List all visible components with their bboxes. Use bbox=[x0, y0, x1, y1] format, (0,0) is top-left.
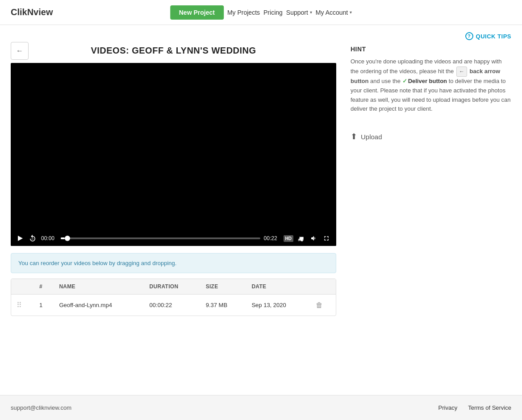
hint-text: Once you're done uploading the videos an… bbox=[351, 57, 511, 114]
current-time: 00:00 bbox=[41, 235, 57, 241]
file-table: # NAME DURATION SIZE DATE ⠿ 1 Geoff-and-… bbox=[11, 279, 336, 316]
hint-title: HINT bbox=[351, 46, 511, 53]
video-player[interactable]: 10 00:00 00:22 HD bbox=[11, 63, 336, 246]
hint-box: HINT Once you're done uploading the vide… bbox=[351, 46, 511, 114]
page-title: VIDEOS: GEOFF & LYNN'S WEDDING bbox=[91, 46, 256, 56]
footer: support@cliknview.com Privacy Terms of S… bbox=[0, 395, 522, 420]
col-duration: DURATION bbox=[144, 279, 200, 295]
col-actions bbox=[310, 279, 336, 295]
row-date: Sep 13, 2020 bbox=[246, 295, 310, 316]
file-table-wrapper: # NAME DURATION SIZE DATE ⠿ 1 Geoff-and-… bbox=[11, 279, 336, 316]
col-name: NAME bbox=[54, 279, 144, 295]
col-handle bbox=[11, 279, 34, 295]
row-index: 1 bbox=[34, 295, 54, 316]
drag-handle-icon[interactable]: ⠿ bbox=[17, 301, 22, 309]
navbar: ClikNview New Project My Projects Pricin… bbox=[0, 0, 522, 25]
file-table-body: ⠿ 1 Geoff-and-Lynn.mp4 00:00:22 9.37 MB … bbox=[11, 295, 336, 316]
footer-email: support@cliknview.com bbox=[11, 404, 71, 411]
end-time: 00:22 bbox=[264, 235, 280, 241]
progress-bar[interactable] bbox=[61, 237, 260, 239]
my-projects-link[interactable]: My Projects bbox=[227, 9, 260, 16]
support-chevron-icon: ▾ bbox=[310, 10, 312, 15]
back-button[interactable]: ← bbox=[11, 42, 29, 60]
upload-icon: ⬆ bbox=[351, 132, 357, 141]
brand-logo: ClikNview bbox=[11, 7, 53, 17]
pricing-link[interactable]: Pricing bbox=[263, 9, 283, 16]
row-duration: 00:00:22 bbox=[144, 295, 200, 316]
svg-marker-0 bbox=[18, 236, 23, 241]
col-date: DATE bbox=[246, 279, 310, 295]
video-controls: 10 00:00 00:22 HD bbox=[11, 231, 336, 246]
title-row: ← VIDEOS: GEOFF & LYNN'S WEDDING bbox=[11, 46, 336, 56]
hd-badge: HD bbox=[284, 235, 293, 242]
privacy-link[interactable]: Privacy bbox=[438, 404, 458, 411]
table-row: ⠿ 1 Geoff-and-Lynn.mp4 00:00:22 9.37 MB … bbox=[11, 295, 336, 316]
page-layout: ← VIDEOS: GEOFF & LYNN'S WEDDING 10 bbox=[11, 46, 511, 316]
terms-link[interactable]: Terms of Service bbox=[468, 404, 511, 411]
quick-tips-icon: ? bbox=[465, 32, 473, 40]
main-content: ? QUICK TIPS ← VIDEOS: GEOFF & LYNN'S WE… bbox=[0, 25, 522, 395]
quick-tips-link[interactable]: ? QUICK TIPS bbox=[465, 32, 511, 40]
my-account-dropdown[interactable]: My Account ▾ bbox=[316, 9, 352, 16]
left-column: ← VIDEOS: GEOFF & LYNN'S WEDDING 10 bbox=[11, 46, 336, 316]
replay10-button[interactable]: 10 bbox=[28, 234, 38, 242]
row-name: Geoff-and-Lynn.mp4 bbox=[54, 295, 144, 316]
quick-tips-bar: ? QUICK TIPS bbox=[11, 32, 511, 40]
new-project-button[interactable]: New Project bbox=[170, 5, 224, 20]
support-dropdown[interactable]: Support ▾ bbox=[286, 9, 312, 16]
play-button[interactable] bbox=[16, 235, 24, 241]
my-account-chevron-icon: ▾ bbox=[350, 10, 352, 15]
col-size: SIZE bbox=[200, 279, 246, 295]
right-column: HINT Once you're done uploading the vide… bbox=[351, 46, 511, 316]
row-size: 9.37 MB bbox=[200, 295, 246, 316]
progress-thumb bbox=[65, 236, 70, 241]
progress-fill bbox=[61, 237, 65, 239]
svg-text:10: 10 bbox=[31, 238, 34, 240]
row-delete-cell: 🗑 bbox=[310, 295, 336, 316]
deliver-check-icon: ✓ bbox=[402, 78, 407, 84]
cast-button[interactable] bbox=[297, 235, 306, 242]
table-header: # NAME DURATION SIZE DATE bbox=[11, 279, 336, 295]
fullscreen-button[interactable] bbox=[322, 235, 331, 242]
upload-button[interactable]: ⬆ Upload bbox=[351, 128, 382, 145]
deliver-inline: ✓Deliver button bbox=[402, 78, 449, 84]
drag-handle-cell[interactable]: ⠿ bbox=[11, 295, 34, 316]
volume-button[interactable] bbox=[309, 235, 318, 242]
back-arrow-inline: ← bbox=[456, 67, 467, 77]
navbar-center: New Project My Projects Pricing Support … bbox=[170, 5, 352, 20]
reorder-hint: You can reorder your videos below by dra… bbox=[11, 253, 336, 273]
col-index: # bbox=[34, 279, 54, 295]
delete-button[interactable]: 🗑 bbox=[316, 301, 323, 309]
footer-links: Privacy Terms of Service bbox=[438, 404, 511, 411]
